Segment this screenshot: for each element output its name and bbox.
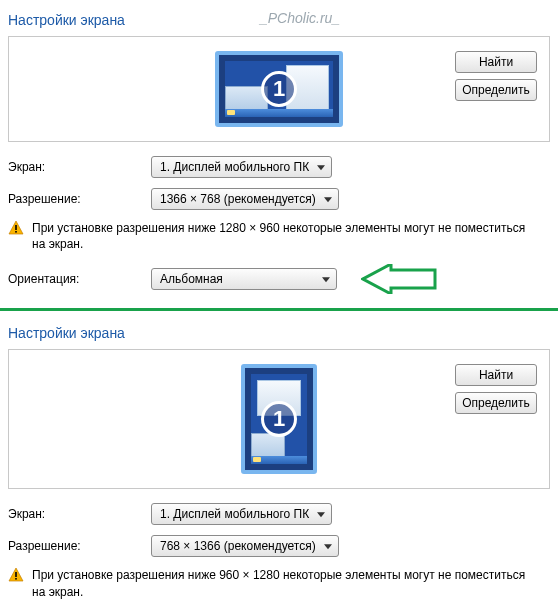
- watermark: _PCholic.ru_: [260, 10, 340, 26]
- chevron-down-icon: [317, 513, 325, 518]
- svg-rect-1: [15, 225, 17, 230]
- screen-label: Экран:: [8, 507, 143, 521]
- screen-select[interactable]: 1. Дисплей мобильного ПК: [151, 156, 332, 178]
- monitor-icon[interactable]: 1: [215, 51, 343, 127]
- monitor-preview-area: 1 Найти Определить: [8, 349, 550, 489]
- resolution-select-value: 768 × 1366 (рекомендуется): [160, 539, 316, 553]
- warning-text: При установке разрешения ниже 960 × 1280…: [32, 567, 540, 599]
- resolution-label: Разрешение:: [8, 539, 143, 553]
- section-divider: [0, 308, 558, 311]
- find-button[interactable]: Найти: [455, 364, 537, 386]
- monitor-icon[interactable]: 1: [241, 364, 317, 474]
- svg-rect-2: [15, 231, 17, 233]
- page-title: Настройки экрана: [8, 325, 550, 341]
- chevron-down-icon: [324, 197, 332, 202]
- annotation-arrow-icon: [361, 264, 437, 294]
- resolution-label: Разрешение:: [8, 192, 143, 206]
- monitor-number-badge: 1: [261, 71, 297, 107]
- detect-button[interactable]: Определить: [455, 392, 537, 414]
- detect-button[interactable]: Определить: [455, 79, 537, 101]
- screen-select[interactable]: 1. Дисплей мобильного ПК: [151, 503, 332, 525]
- warning-text: При установке разрешения ниже 1280 × 960…: [32, 220, 540, 252]
- resolution-select[interactable]: 1366 × 768 (рекомендуется): [151, 188, 339, 210]
- chevron-down-icon: [322, 278, 330, 283]
- svg-rect-4: [15, 572, 17, 577]
- svg-rect-5: [15, 578, 17, 580]
- screen-select-value: 1. Дисплей мобильного ПК: [160, 160, 309, 174]
- resolution-select-value: 1366 × 768 (рекомендуется): [160, 192, 316, 206]
- orientation-label: Ориентация:: [8, 272, 143, 286]
- resolution-select[interactable]: 768 × 1366 (рекомендуется): [151, 535, 339, 557]
- chevron-down-icon: [317, 165, 325, 170]
- screen-select-value: 1. Дисплей мобильного ПК: [160, 507, 309, 521]
- warning-icon: [8, 567, 24, 583]
- orientation-select[interactable]: Альбомная: [151, 268, 337, 290]
- orientation-select-value: Альбомная: [160, 272, 223, 286]
- warning-icon: [8, 220, 24, 236]
- find-button[interactable]: Найти: [455, 51, 537, 73]
- monitor-preview-area: 1 Найти Определить: [8, 36, 550, 142]
- screen-label: Экран:: [8, 160, 143, 174]
- chevron-down-icon: [324, 545, 332, 550]
